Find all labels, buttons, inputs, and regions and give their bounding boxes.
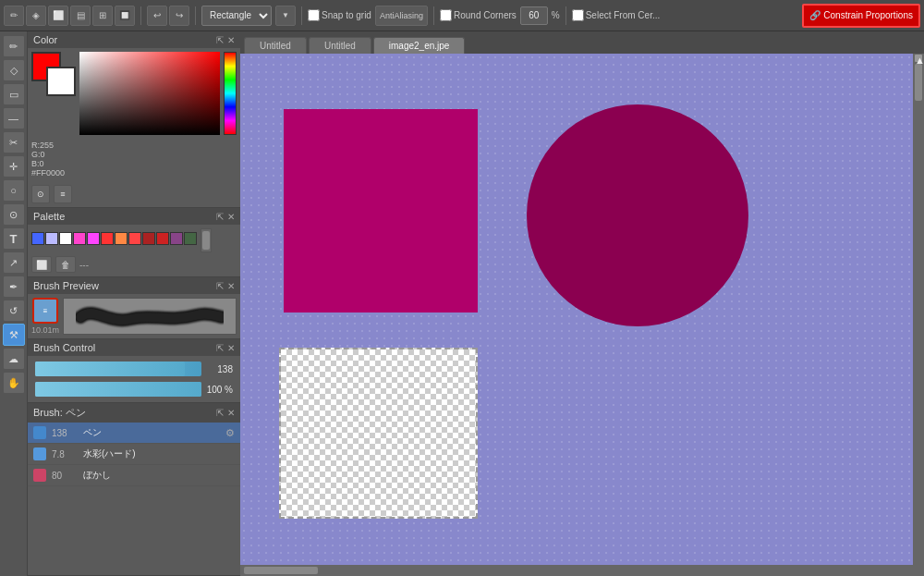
color-sliders-btn[interactable]: ≡ bbox=[54, 185, 72, 203]
color-picker-btn[interactable]: ⊙ bbox=[31, 185, 50, 203]
round-corners-checkbox[interactable] bbox=[440, 9, 452, 21]
tool-pen[interactable]: ✒ bbox=[3, 276, 25, 298]
brush-opacity-row: 100 % bbox=[35, 382, 233, 397]
tab-3[interactable]: image2_en.jpe bbox=[373, 37, 466, 54]
brush-name-1: ペン bbox=[83, 426, 102, 439]
constrain-label: Constrain Proportions bbox=[823, 10, 913, 20]
panels-container: Color ⇱ ✕ R:255 bbox=[28, 31, 240, 576]
palette-colors-grid bbox=[31, 232, 197, 245]
palette-scroll-thumb[interactable] bbox=[202, 231, 210, 250]
brush-name-2: 水彩(ハード) bbox=[83, 447, 136, 460]
brush-control-title: Brush Control bbox=[33, 342, 95, 353]
hue-slider[interactable] bbox=[224, 52, 237, 135]
percent-label: % bbox=[552, 10, 560, 20]
palette-color-3[interactable] bbox=[59, 232, 72, 245]
redo-btn[interactable]: ↪ bbox=[169, 6, 189, 26]
tool-hand[interactable]: ✋ bbox=[3, 372, 25, 394]
color-panel-expand[interactable]: ⇱ bbox=[216, 35, 224, 45]
tool-eraser[interactable]: ○ bbox=[3, 179, 25, 202]
palette-color-1[interactable] bbox=[31, 232, 44, 245]
background-swatch[interactable] bbox=[46, 67, 76, 96]
palette-copy-btn[interactable]: ⬜ bbox=[31, 256, 52, 273]
tool-arrow[interactable]: ↗ bbox=[3, 251, 25, 274]
palette-color-9[interactable] bbox=[142, 232, 155, 245]
color-gradient-picker[interactable] bbox=[79, 52, 220, 135]
palette-color-10[interactable] bbox=[156, 232, 169, 245]
tool-layer-btn[interactable]: ▤ bbox=[70, 6, 91, 26]
color-panel-close[interactable]: ✕ bbox=[227, 35, 235, 45]
color-info: R:255 G:0 B:0 #FF0000 bbox=[31, 139, 237, 179]
undo-btn[interactable]: ↩ bbox=[147, 6, 167, 26]
scroll-v-thumb[interactable] bbox=[915, 64, 922, 101]
palette-color-7[interactable] bbox=[115, 232, 128, 245]
constrain-proportions-btn[interactable]: 🔗 Constrain Proportions bbox=[802, 4, 920, 28]
brush-size-value: 138 bbox=[205, 364, 233, 374]
tool-text[interactable]: T bbox=[3, 227, 25, 250]
selection-rect[interactable] bbox=[279, 348, 478, 519]
tool-view-btn[interactable]: 🔲 bbox=[115, 6, 135, 26]
brush-opacity-slider[interactable] bbox=[35, 382, 201, 397]
brush-control-panel: Brush Control ⇱ ✕ 138 100 % bbox=[28, 339, 240, 403]
snap-to-grid-label[interactable]: Snap to grid bbox=[308, 9, 371, 21]
brush-size-slider[interactable] bbox=[35, 362, 201, 376]
brush-control-close[interactable]: ✕ bbox=[227, 343, 235, 353]
palette-close[interactable]: ✕ bbox=[227, 212, 235, 222]
palette-delete-btn[interactable]: 🗑 bbox=[55, 256, 76, 273]
tool-line[interactable]: — bbox=[3, 107, 25, 129]
snap-to-grid-checkbox[interactable] bbox=[308, 9, 320, 21]
palette-scroll[interactable] bbox=[201, 228, 212, 252]
palette-color-2[interactable] bbox=[45, 232, 58, 245]
brush-settings-1[interactable]: ⚙ bbox=[225, 427, 235, 439]
brush-preview-header: Brush Preview ⇱ ✕ bbox=[28, 277, 240, 294]
tool-pencil[interactable]: ✏ bbox=[3, 35, 25, 57]
scroll-h-thumb[interactable] bbox=[244, 567, 318, 574]
tool-cut[interactable]: ✂ bbox=[3, 131, 25, 153]
brush-color-3 bbox=[33, 469, 46, 482]
canvas-scrollbar-v[interactable]: ▲ bbox=[913, 54, 924, 576]
palette-color-8[interactable] bbox=[128, 232, 141, 245]
brush-item-2[interactable]: 7.8 水彩(ハード) bbox=[28, 444, 240, 465]
brush-preview-icon-btn[interactable]: ≡ bbox=[32, 298, 58, 324]
brush-list-expand[interactable]: ⇱ bbox=[216, 408, 224, 418]
scroll-up-arrow[interactable]: ▲ bbox=[915, 55, 922, 62]
tool-stamp-btn[interactable]: ⬜ bbox=[48, 6, 68, 26]
tool-select-btn[interactable]: ◈ bbox=[26, 6, 46, 26]
palette-color-6[interactable] bbox=[101, 232, 114, 245]
palette-color-4[interactable] bbox=[73, 232, 86, 245]
tab-2[interactable]: Untitled bbox=[309, 37, 371, 54]
color-hex: #FF0000 bbox=[31, 168, 65, 178]
brush-preview-close[interactable]: ✕ bbox=[227, 281, 235, 291]
dark-circle[interactable] bbox=[527, 104, 748, 326]
brush-item-3[interactable]: 80 ぼかし bbox=[28, 465, 240, 486]
brush-item-1[interactable]: 138 ペン ⚙ bbox=[28, 423, 240, 444]
tool-smudge[interactable]: ☁ bbox=[3, 348, 25, 370]
round-value-input[interactable] bbox=[520, 6, 548, 25]
tool-pencil-btn[interactable]: ✏ bbox=[4, 6, 24, 26]
palette-color-12[interactable] bbox=[184, 232, 197, 245]
brush-preview-title: Brush Preview bbox=[33, 280, 99, 291]
select-from-label[interactable]: Select From Cer... bbox=[572, 9, 661, 21]
round-corners-label[interactable]: Round Corners bbox=[440, 9, 517, 21]
brush-list-close[interactable]: ✕ bbox=[227, 408, 235, 418]
brush-preview-expand[interactable]: ⇱ bbox=[216, 281, 224, 291]
select-from-checkbox[interactable] bbox=[572, 9, 584, 21]
tool-diamond[interactable]: ◇ bbox=[3, 59, 25, 81]
shape-select[interactable]: Rectangle bbox=[201, 6, 272, 26]
palette-expand[interactable]: ⇱ bbox=[216, 212, 224, 222]
brush-control-expand[interactable]: ⇱ bbox=[216, 343, 224, 353]
shape-dropdown-btn[interactable]: ▼ bbox=[275, 6, 296, 26]
canvas-viewport[interactable]: ▲ bbox=[240, 54, 924, 576]
tool-grid-btn[interactable]: ⊞ bbox=[92, 6, 113, 26]
tool-fill[interactable]: ⊙ bbox=[3, 203, 25, 226]
tool-brush[interactable]: ⚒ bbox=[3, 324, 25, 346]
palette-color-11[interactable] bbox=[170, 232, 183, 245]
magenta-rect[interactable] bbox=[284, 109, 478, 313]
tab-1[interactable]: Untitled bbox=[244, 37, 307, 54]
palette-color-5[interactable] bbox=[87, 232, 100, 245]
tool-rect[interactable]: ▭ bbox=[3, 83, 25, 105]
tool-rotate[interactable]: ↺ bbox=[3, 300, 25, 322]
gradient-box[interactable] bbox=[79, 52, 220, 135]
tool-move[interactable]: ✛ bbox=[3, 155, 25, 178]
antialias-icon[interactable]: AntiAliasing bbox=[375, 6, 428, 26]
canvas-scrollbar-h[interactable] bbox=[240, 565, 913, 576]
